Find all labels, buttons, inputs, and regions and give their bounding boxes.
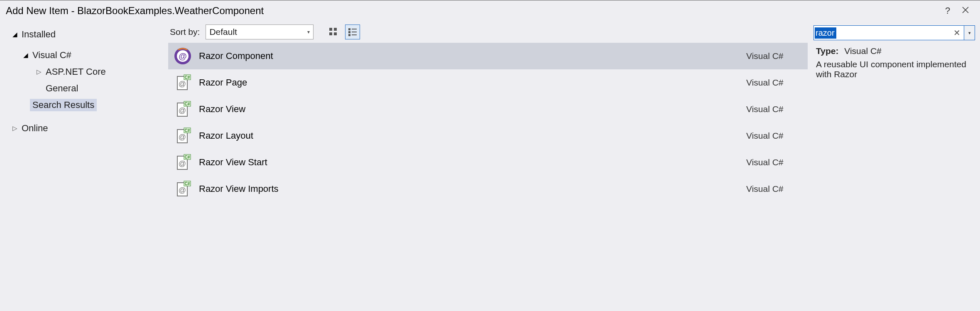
tree-label-visual-csharp: Visual C# bbox=[30, 49, 74, 61]
template-lang: Visual C# bbox=[746, 104, 800, 114]
svg-text:C#: C# bbox=[185, 181, 190, 186]
template-description: A reusable UI component implemented with… bbox=[816, 59, 973, 79]
svg-rect-1 bbox=[334, 28, 337, 31]
close-button[interactable] bbox=[956, 5, 975, 16]
svg-rect-0 bbox=[329, 28, 332, 31]
tree-item-aspnet-core[interactable]: ▷ ASP.NET Core bbox=[2, 64, 166, 80]
tree-item-installed[interactable]: ◢ Installed bbox=[2, 26, 166, 43]
search-dropdown-button[interactable]: ▾ bbox=[964, 25, 975, 40]
tree-label-general: General bbox=[43, 82, 81, 95]
chevron-right-icon: ▷ bbox=[11, 125, 19, 132]
svg-text:@: @ bbox=[179, 51, 187, 61]
window-title: Add New Item - BlazorBookExamples.Weathe… bbox=[6, 5, 264, 17]
view-small-icons-button[interactable] bbox=[345, 24, 360, 39]
tree-label-installed: Installed bbox=[19, 28, 58, 41]
template-name: Razor View bbox=[199, 104, 746, 115]
chevron-down-icon: ▾ bbox=[968, 30, 971, 36]
svg-text:@: @ bbox=[179, 159, 186, 168]
template-name: Razor View Imports bbox=[199, 184, 746, 194]
template-row-razor-layout[interactable]: @ C# Razor Layout Visual C# bbox=[168, 122, 808, 149]
svg-rect-5 bbox=[352, 29, 357, 29]
tree-label-online: Online bbox=[19, 122, 51, 135]
template-lang: Visual C# bbox=[746, 184, 800, 194]
type-value: Visual C# bbox=[844, 46, 882, 56]
chevron-down-icon: ▾ bbox=[307, 29, 310, 35]
svg-rect-6 bbox=[348, 31, 350, 33]
view-medium-icons-button[interactable] bbox=[326, 24, 341, 39]
sort-by-label: Sort by: bbox=[170, 27, 200, 37]
add-new-item-dialog: Add New Item - BlazorBookExamples.Weathe… bbox=[0, 0, 980, 311]
search-text-selected: razor bbox=[815, 27, 836, 39]
template-name: Razor Page bbox=[199, 77, 746, 88]
svg-text:C#: C# bbox=[185, 102, 190, 106]
template-lang: Visual C# bbox=[746, 78, 800, 88]
help-button[interactable]: ? bbox=[939, 5, 956, 16]
tree-item-online[interactable]: ▷ Online bbox=[2, 120, 166, 137]
titlebar: Add New Item - BlazorBookExamples.Weathe… bbox=[0, 0, 980, 21]
template-name: Razor Layout bbox=[199, 130, 746, 141]
search-wrap: razor ✕ ▾ bbox=[813, 25, 975, 40]
template-row-razor-view-imports[interactable]: @ C# Razor View Imports Visual C# bbox=[168, 176, 808, 202]
csharp-file-icon: @ C# bbox=[174, 180, 199, 198]
search-input[interactable]: razor ✕ bbox=[813, 25, 964, 40]
chevron-down-icon: ◢ bbox=[11, 31, 19, 38]
template-row-razor-component[interactable]: @ Razor Component Visual C# bbox=[168, 43, 808, 69]
template-panel: Sort by: Default ▾ bbox=[168, 21, 808, 311]
svg-rect-7 bbox=[352, 32, 357, 32]
template-list: @ Razor Component Visual C# @ C# bbox=[168, 43, 808, 311]
razor-component-icon: @ bbox=[174, 47, 199, 65]
svg-rect-9 bbox=[352, 34, 357, 35]
svg-text:C#: C# bbox=[185, 128, 190, 133]
type-label: Type: bbox=[816, 46, 838, 56]
details-panel: razor ✕ ▾ Type: Visual C# A reusable UI … bbox=[808, 21, 980, 311]
clear-search-button[interactable]: ✕ bbox=[953, 28, 960, 38]
svg-text:@: @ bbox=[179, 133, 186, 141]
tree-label-search-results: Search Results bbox=[30, 99, 97, 111]
sort-by-combo[interactable]: Default ▾ bbox=[206, 24, 314, 39]
template-name: Razor Component bbox=[199, 51, 746, 61]
csharp-file-icon: @ C# bbox=[174, 100, 199, 118]
template-row-razor-view-start[interactable]: @ C# Razor View Start Visual C# bbox=[168, 149, 808, 176]
tree-item-visual-csharp[interactable]: ◢ Visual C# bbox=[2, 47, 166, 64]
chevron-down-icon: ◢ bbox=[22, 51, 30, 59]
sort-by-value: Default bbox=[209, 27, 237, 37]
template-toolbar: Sort by: Default ▾ bbox=[168, 21, 808, 43]
svg-text:@: @ bbox=[179, 106, 186, 115]
tree-item-search-results[interactable]: Search Results bbox=[2, 97, 166, 113]
csharp-file-icon: @ C# bbox=[174, 74, 199, 91]
svg-text:C#: C# bbox=[185, 75, 190, 80]
tree-item-general[interactable]: General bbox=[2, 80, 166, 97]
type-line: Type: Visual C# bbox=[816, 46, 973, 56]
template-name: Razor View Start bbox=[199, 157, 746, 168]
tree-label-aspnet-core: ASP.NET Core bbox=[43, 66, 108, 78]
svg-rect-8 bbox=[348, 34, 350, 36]
template-lang: Visual C# bbox=[746, 131, 800, 141]
svg-text:@: @ bbox=[179, 186, 186, 194]
svg-rect-2 bbox=[329, 32, 332, 35]
template-lang: Visual C# bbox=[746, 51, 800, 61]
svg-text:@: @ bbox=[179, 80, 186, 88]
template-lang: Visual C# bbox=[746, 157, 800, 167]
svg-text:C#: C# bbox=[185, 155, 190, 159]
svg-rect-4 bbox=[348, 28, 350, 30]
csharp-file-icon: @ C# bbox=[174, 127, 199, 144]
svg-rect-3 bbox=[334, 32, 337, 35]
category-tree: ◢ Installed ◢ Visual C# ▷ ASP.NET Core G… bbox=[0, 21, 168, 311]
template-details: Type: Visual C# A reusable UI component … bbox=[813, 40, 975, 82]
csharp-file-icon: @ C# bbox=[174, 154, 199, 171]
template-row-razor-page[interactable]: @ C# Razor Page Visual C# bbox=[168, 69, 808, 96]
dialog-body: ◢ Installed ◢ Visual C# ▷ ASP.NET Core G… bbox=[0, 21, 980, 311]
template-row-razor-view[interactable]: @ C# Razor View Visual C# bbox=[168, 96, 808, 122]
chevron-right-icon: ▷ bbox=[35, 68, 43, 76]
